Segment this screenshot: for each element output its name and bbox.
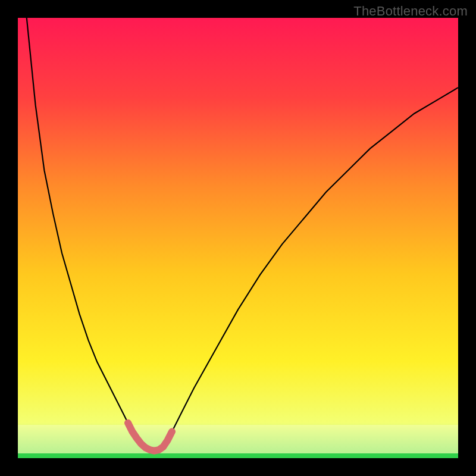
gradient-panel <box>18 18 458 458</box>
chart-container: TheBottleneck.com <box>0 0 476 476</box>
near-baseline-band <box>18 425 458 453</box>
baseline-band <box>18 453 458 458</box>
chart-svg <box>0 0 476 476</box>
